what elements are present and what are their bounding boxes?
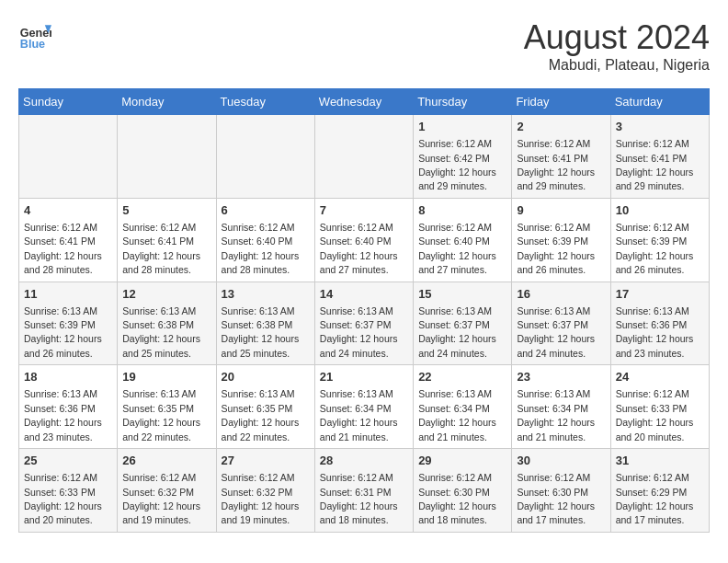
- calendar-cell: [19, 115, 118, 199]
- day-info: Sunrise: 6:12 AM Sunset: 6:32 PM Dayligh…: [122, 472, 200, 525]
- calendar-cell: 29Sunrise: 6:12 AM Sunset: 6:30 PM Dayli…: [414, 449, 512, 533]
- calendar-cell: 26Sunrise: 6:12 AM Sunset: 6:32 PM Dayli…: [118, 449, 216, 533]
- calendar-cell: [118, 115, 216, 199]
- day-number: 12: [122, 286, 210, 303]
- calendar-cell: 23Sunrise: 6:13 AM Sunset: 6:34 PM Dayli…: [512, 365, 610, 449]
- day-number: 17: [616, 286, 704, 303]
- weekday-header: Tuesday: [216, 89, 314, 115]
- calendar-cell: 10Sunrise: 6:12 AM Sunset: 6:39 PM Dayli…: [610, 198, 709, 282]
- day-number: 13: [222, 286, 310, 303]
- day-number: 29: [418, 453, 506, 469]
- day-number: 15: [418, 286, 506, 303]
- calendar-cell: [216, 115, 314, 199]
- calendar-week-row: 1Sunrise: 6:12 AM Sunset: 6:42 PM Daylig…: [19, 115, 710, 199]
- day-number: 22: [418, 369, 506, 385]
- day-info: Sunrise: 6:13 AM Sunset: 6:36 PM Dayligh…: [616, 305, 694, 359]
- calendar-cell: 20Sunrise: 6:13 AM Sunset: 6:35 PM Dayli…: [216, 365, 314, 449]
- day-info: Sunrise: 6:13 AM Sunset: 6:39 PM Dayligh…: [24, 305, 102, 359]
- day-number: 27: [222, 453, 310, 469]
- svg-text:Blue: Blue: [20, 38, 45, 51]
- day-number: 21: [320, 369, 408, 385]
- day-number: 31: [616, 453, 704, 469]
- calendar-body: 1Sunrise: 6:12 AM Sunset: 6:42 PM Daylig…: [19, 115, 710, 533]
- logo-icon: General Blue: [18, 18, 51, 52]
- day-info: Sunrise: 6:12 AM Sunset: 6:31 PM Dayligh…: [320, 472, 398, 525]
- day-info: Sunrise: 6:13 AM Sunset: 6:34 PM Dayligh…: [418, 388, 496, 442]
- day-info: Sunrise: 6:12 AM Sunset: 6:33 PM Dayligh…: [24, 472, 102, 525]
- day-number: 3: [616, 119, 704, 135]
- calendar-cell: 9Sunrise: 6:12 AM Sunset: 6:39 PM Daylig…: [512, 198, 610, 282]
- calendar-cell: 7Sunrise: 6:12 AM Sunset: 6:40 PM Daylig…: [314, 198, 413, 282]
- weekday-header: Thursday: [414, 89, 512, 115]
- calendar-cell: 3Sunrise: 6:12 AM Sunset: 6:41 PM Daylig…: [610, 115, 709, 199]
- calendar-header: SundayMondayTuesdayWednesdayThursdayFrid…: [19, 89, 710, 115]
- day-info: Sunrise: 6:13 AM Sunset: 6:35 PM Dayligh…: [122, 388, 200, 442]
- calendar-week-row: 11Sunrise: 6:13 AM Sunset: 6:39 PM Dayli…: [19, 282, 710, 365]
- calendar-cell: 25Sunrise: 6:12 AM Sunset: 6:33 PM Dayli…: [19, 449, 118, 533]
- day-info: Sunrise: 6:12 AM Sunset: 6:29 PM Dayligh…: [616, 472, 694, 525]
- day-info: Sunrise: 6:12 AM Sunset: 6:41 PM Dayligh…: [24, 222, 102, 275]
- calendar-week-row: 4Sunrise: 6:12 AM Sunset: 6:41 PM Daylig…: [19, 198, 710, 282]
- day-info: Sunrise: 6:12 AM Sunset: 6:30 PM Dayligh…: [418, 472, 496, 525]
- page-title: August 2024: [524, 18, 710, 57]
- day-number: 6: [222, 202, 310, 219]
- day-number: 26: [122, 453, 210, 469]
- day-info: Sunrise: 6:13 AM Sunset: 6:34 PM Dayligh…: [517, 388, 595, 442]
- day-number: 9: [517, 202, 605, 219]
- day-info: Sunrise: 6:13 AM Sunset: 6:37 PM Dayligh…: [320, 305, 398, 359]
- day-number: 8: [418, 202, 506, 219]
- logo: General Blue: [18, 18, 51, 52]
- calendar-cell: 12Sunrise: 6:13 AM Sunset: 6:38 PM Dayli…: [118, 282, 216, 365]
- calendar-cell: 22Sunrise: 6:13 AM Sunset: 6:34 PM Dayli…: [414, 365, 512, 449]
- calendar-cell: 16Sunrise: 6:13 AM Sunset: 6:37 PM Dayli…: [512, 282, 610, 365]
- day-info: Sunrise: 6:12 AM Sunset: 6:39 PM Dayligh…: [616, 222, 694, 275]
- calendar-cell: [314, 115, 413, 199]
- calendar-cell: 6Sunrise: 6:12 AM Sunset: 6:40 PM Daylig…: [216, 198, 314, 282]
- day-number: 25: [24, 453, 112, 469]
- calendar-week-row: 25Sunrise: 6:12 AM Sunset: 6:33 PM Dayli…: [19, 449, 710, 533]
- day-info: Sunrise: 6:13 AM Sunset: 6:37 PM Dayligh…: [517, 305, 595, 359]
- day-info: Sunrise: 6:13 AM Sunset: 6:38 PM Dayligh…: [222, 305, 300, 359]
- day-info: Sunrise: 6:13 AM Sunset: 6:38 PM Dayligh…: [122, 305, 200, 359]
- weekday-header: Friday: [512, 89, 610, 115]
- day-info: Sunrise: 6:13 AM Sunset: 6:37 PM Dayligh…: [418, 305, 496, 359]
- page-subtitle: Mabudi, Plateau, Nigeria: [524, 57, 710, 74]
- calendar-cell: 13Sunrise: 6:13 AM Sunset: 6:38 PM Dayli…: [216, 282, 314, 365]
- day-number: 30: [517, 453, 605, 469]
- day-info: Sunrise: 6:12 AM Sunset: 6:41 PM Dayligh…: [517, 138, 595, 191]
- day-info: Sunrise: 6:13 AM Sunset: 6:34 PM Dayligh…: [320, 388, 398, 442]
- calendar-cell: 19Sunrise: 6:13 AM Sunset: 6:35 PM Dayli…: [118, 365, 216, 449]
- calendar-cell: 28Sunrise: 6:12 AM Sunset: 6:31 PM Dayli…: [314, 449, 413, 533]
- day-info: Sunrise: 6:12 AM Sunset: 6:40 PM Dayligh…: [222, 222, 300, 275]
- weekday-header: Saturday: [610, 89, 709, 115]
- weekday-header: Wednesday: [314, 89, 413, 115]
- calendar-cell: 27Sunrise: 6:12 AM Sunset: 6:32 PM Dayli…: [216, 449, 314, 533]
- day-number: 11: [24, 286, 112, 303]
- calendar-cell: 1Sunrise: 6:12 AM Sunset: 6:42 PM Daylig…: [414, 115, 512, 199]
- day-number: 20: [222, 369, 310, 385]
- day-info: Sunrise: 6:13 AM Sunset: 6:36 PM Dayligh…: [24, 388, 102, 442]
- calendar-cell: 18Sunrise: 6:13 AM Sunset: 6:36 PM Dayli…: [19, 365, 118, 449]
- calendar-table: SundayMondayTuesdayWednesdayThursdayFrid…: [18, 88, 710, 533]
- header-row: SundayMondayTuesdayWednesdayThursdayFrid…: [19, 89, 710, 115]
- calendar-cell: 31Sunrise: 6:12 AM Sunset: 6:29 PM Dayli…: [610, 449, 709, 533]
- day-number: 28: [320, 453, 408, 469]
- day-info: Sunrise: 6:12 AM Sunset: 6:40 PM Dayligh…: [320, 222, 398, 275]
- day-info: Sunrise: 6:12 AM Sunset: 6:42 PM Dayligh…: [418, 138, 496, 191]
- weekday-header: Sunday: [19, 89, 118, 115]
- calendar-cell: 14Sunrise: 6:13 AM Sunset: 6:37 PM Dayli…: [314, 282, 413, 365]
- day-info: Sunrise: 6:12 AM Sunset: 6:41 PM Dayligh…: [616, 138, 694, 191]
- calendar-cell: 17Sunrise: 6:13 AM Sunset: 6:36 PM Dayli…: [610, 282, 709, 365]
- calendar-cell: 5Sunrise: 6:12 AM Sunset: 6:41 PM Daylig…: [118, 198, 216, 282]
- day-number: 19: [122, 369, 210, 385]
- calendar-cell: 24Sunrise: 6:12 AM Sunset: 6:33 PM Dayli…: [610, 365, 709, 449]
- day-number: 16: [517, 286, 605, 303]
- day-number: 10: [616, 202, 704, 219]
- weekday-header: Monday: [118, 89, 216, 115]
- day-number: 2: [517, 119, 605, 135]
- day-number: 5: [122, 202, 210, 219]
- day-number: 14: [320, 286, 408, 303]
- day-info: Sunrise: 6:12 AM Sunset: 6:40 PM Dayligh…: [418, 222, 496, 275]
- calendar-cell: 21Sunrise: 6:13 AM Sunset: 6:34 PM Dayli…: [314, 365, 413, 449]
- day-number: 18: [24, 369, 112, 385]
